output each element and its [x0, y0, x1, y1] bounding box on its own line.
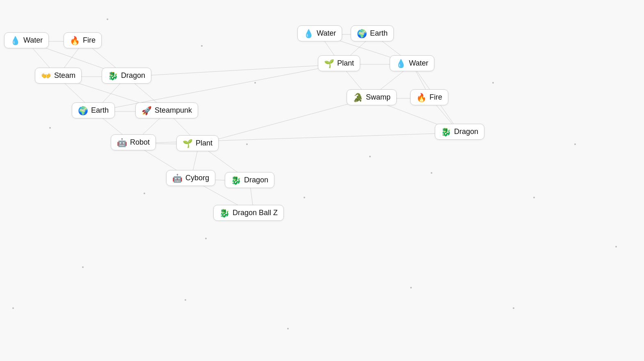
- label-robot1: Robot: [130, 138, 150, 147]
- dot-16: [410, 287, 412, 288]
- dot-12: [615, 246, 617, 247]
- icon-dragon3: 🐉: [441, 128, 451, 136]
- dot-17: [513, 307, 514, 309]
- label-steampunk1: Steampunk: [155, 106, 192, 115]
- card-dragon3[interactable]: 🐉Dragon: [435, 124, 484, 140]
- label-earth1: Earth: [91, 106, 109, 115]
- icon-dragonballz1: 🐉: [219, 209, 230, 217]
- card-fire1[interactable]: 🔥Fire: [64, 32, 102, 48]
- card-fire2[interactable]: 🔥Fire: [410, 89, 448, 105]
- card-earth2[interactable]: 🌍Earth: [351, 25, 394, 41]
- card-water2[interactable]: 💧Water: [297, 25, 342, 41]
- label-dragon1: Dragon: [121, 71, 145, 80]
- label-swamp1: Swamp: [366, 93, 391, 102]
- icon-swamp1: 🐊: [353, 93, 363, 102]
- label-water3: Water: [409, 59, 428, 68]
- label-plant2: Plant: [337, 59, 354, 68]
- card-plant2[interactable]: 🌱Plant: [318, 55, 360, 71]
- label-dragonballz1: Dragon Ball Z: [233, 209, 278, 217]
- dot-18: [12, 307, 14, 309]
- label-fire2: Fire: [429, 93, 442, 102]
- icon-plant2: 🌱: [324, 59, 334, 68]
- dot-20: [246, 143, 248, 145]
- label-earth2: Earth: [370, 29, 388, 38]
- svg-line-34: [127, 64, 341, 77]
- card-dragonballz1[interactable]: 🐉Dragon Ball Z: [213, 205, 284, 221]
- label-cyborg1: Cyborg: [185, 174, 209, 182]
- dot-4: [144, 193, 145, 194]
- card-water1[interactable]: 💧Water: [4, 32, 49, 48]
- card-steampunk1[interactable]: 🚀Steampunk: [135, 102, 198, 118]
- icon-fire2: 🔥: [416, 93, 427, 102]
- dot-15: [287, 328, 289, 329]
- card-water3[interactable]: 💧Water: [390, 55, 434, 71]
- icon-dragon2: 🐉: [231, 176, 241, 184]
- icon-earth1: 🌍: [78, 107, 88, 115]
- dot-5: [205, 238, 207, 239]
- connections-layer: [0, 0, 644, 361]
- icon-dragon1: 🐉: [108, 72, 118, 80]
- card-earth1[interactable]: 🌍Earth: [72, 102, 115, 118]
- label-steam1: Steam: [54, 71, 75, 80]
- label-dragon2: Dragon: [244, 176, 268, 184]
- label-water1: Water: [23, 36, 43, 45]
- dot-3: [49, 127, 51, 129]
- dot-9: [492, 82, 494, 84]
- dot-11: [533, 197, 535, 198]
- svg-line-37: [199, 98, 369, 144]
- icon-robot1: 🤖: [117, 138, 127, 147]
- card-dragon2[interactable]: 🐉Dragon: [225, 172, 274, 188]
- label-dragon3: Dragon: [454, 127, 478, 136]
- icon-water3: 💧: [396, 59, 406, 68]
- dot-6: [304, 197, 305, 198]
- dot-14: [185, 299, 186, 301]
- dot-0: [107, 18, 108, 20]
- card-robot1[interactable]: 🤖Robot: [111, 134, 156, 150]
- dot-7: [369, 156, 371, 157]
- icon-earth2: 🌍: [357, 30, 367, 38]
- card-steam1[interactable]: 👐Steam: [35, 68, 82, 84]
- dot-8: [431, 172, 432, 174]
- label-fire1: Fire: [83, 36, 96, 45]
- icon-fire1: 🔥: [70, 36, 80, 45]
- card-plant1[interactable]: 🌱Plant: [176, 135, 219, 151]
- dot-13: [82, 266, 84, 268]
- icon-steampunk1: 🚀: [142, 107, 152, 115]
- icon-water2: 💧: [304, 30, 314, 38]
- icon-cyborg1: 🤖: [172, 174, 183, 182]
- label-plant1: Plant: [196, 139, 212, 148]
- card-cyborg1[interactable]: 🤖Cyborg: [166, 170, 215, 186]
- icon-plant1: 🌱: [183, 139, 193, 148]
- icon-steam1: 👐: [41, 72, 51, 80]
- dot-1: [201, 45, 203, 47]
- card-swamp1[interactable]: 🐊Swamp: [347, 89, 397, 105]
- card-dragon1[interactable]: 🐉Dragon: [102, 68, 151, 84]
- dot-2: [254, 82, 256, 84]
- icon-water1: 💧: [10, 36, 21, 45]
- dot-10: [574, 143, 576, 145]
- label-water2: Water: [317, 29, 336, 38]
